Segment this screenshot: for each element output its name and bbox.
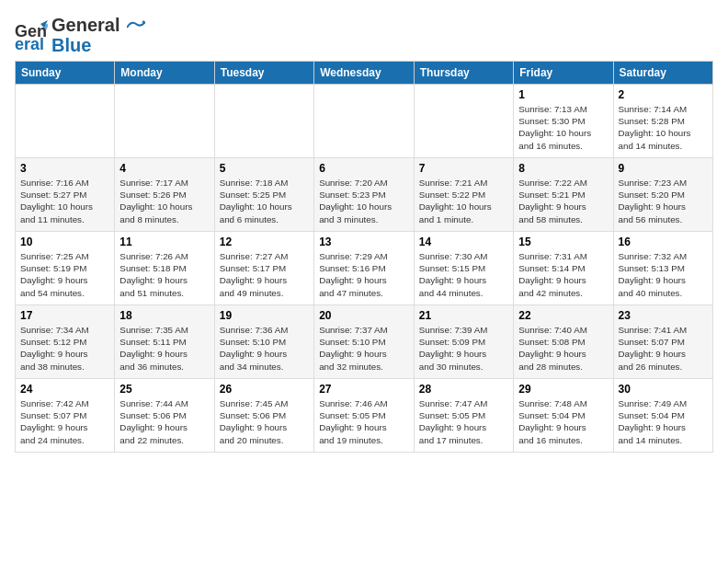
col-header-thursday: Thursday xyxy=(414,62,513,85)
col-header-wednesday: Wednesday xyxy=(314,62,415,85)
calendar-cell xyxy=(414,85,513,158)
day-number: 22 xyxy=(518,309,608,322)
calendar-week-2: 3Sunrise: 7:16 AM Sunset: 5:27 PM Daylig… xyxy=(16,158,713,232)
calendar-cell: 28Sunrise: 7:47 AM Sunset: 5:05 PM Dayli… xyxy=(414,379,513,453)
calendar-week-1: 1Sunrise: 7:13 AM Sunset: 5:30 PM Daylig… xyxy=(16,85,713,158)
day-info: Sunrise: 7:30 AM Sunset: 5:15 PM Dayligh… xyxy=(419,250,508,299)
day-number: 16 xyxy=(619,236,709,248)
day-number: 15 xyxy=(518,236,608,248)
calendar-cell: 12Sunrise: 7:27 AM Sunset: 5:17 PM Dayli… xyxy=(214,232,313,305)
calendar-table: SundayMondayTuesdayWednesdayThursdayFrid… xyxy=(15,61,713,453)
calendar-cell: 10Sunrise: 7:25 AM Sunset: 5:19 PM Dayli… xyxy=(16,232,115,305)
day-number: 18 xyxy=(119,309,209,322)
calendar-cell: 16Sunrise: 7:32 AM Sunset: 5:13 PM Dayli… xyxy=(613,232,713,305)
calendar-cell: 29Sunrise: 7:48 AM Sunset: 5:04 PM Dayli… xyxy=(514,379,613,453)
calendar-cell: 21Sunrise: 7:39 AM Sunset: 5:09 PM Dayli… xyxy=(414,305,513,379)
calendar-cell: 25Sunrise: 7:44 AM Sunset: 5:06 PM Dayli… xyxy=(115,379,214,453)
day-info: Sunrise: 7:47 AM Sunset: 5:05 PM Dayligh… xyxy=(419,397,508,446)
calendar-week-3: 10Sunrise: 7:25 AM Sunset: 5:19 PM Dayli… xyxy=(16,232,713,305)
day-number: 9 xyxy=(619,162,709,175)
day-number: 8 xyxy=(518,162,608,175)
calendar-cell: 8Sunrise: 7:22 AM Sunset: 5:21 PM Daylig… xyxy=(514,158,613,232)
calendar-cell: 11Sunrise: 7:26 AM Sunset: 5:18 PM Dayli… xyxy=(115,232,214,305)
calendar-cell: 1Sunrise: 7:13 AM Sunset: 5:30 PM Daylig… xyxy=(514,85,613,158)
calendar-cell: 26Sunrise: 7:45 AM Sunset: 5:06 PM Dayli… xyxy=(214,379,313,453)
day-info: Sunrise: 7:25 AM Sunset: 5:19 PM Dayligh… xyxy=(20,250,109,299)
day-number: 23 xyxy=(619,309,709,322)
day-info: Sunrise: 7:44 AM Sunset: 5:06 PM Dayligh… xyxy=(119,397,209,446)
day-info: Sunrise: 7:35 AM Sunset: 5:11 PM Dayligh… xyxy=(119,324,209,373)
calendar-cell xyxy=(115,85,214,158)
day-number: 28 xyxy=(419,383,508,396)
day-info: Sunrise: 7:46 AM Sunset: 5:05 PM Dayligh… xyxy=(319,397,409,446)
logo-blue: Blue xyxy=(51,35,145,55)
day-info: Sunrise: 7:48 AM Sunset: 5:04 PM Dayligh… xyxy=(518,397,608,446)
calendar-cell: 6Sunrise: 7:20 AM Sunset: 5:23 PM Daylig… xyxy=(314,158,415,232)
calendar-cell: 22Sunrise: 7:40 AM Sunset: 5:08 PM Dayli… xyxy=(514,305,613,379)
day-number: 25 xyxy=(119,383,209,396)
day-number: 6 xyxy=(319,162,409,175)
day-info: Sunrise: 7:32 AM Sunset: 5:13 PM Dayligh… xyxy=(619,250,709,299)
day-info: Sunrise: 7:23 AM Sunset: 5:20 PM Dayligh… xyxy=(619,177,709,225)
page-header: Gen eral General Blue xyxy=(15,15,713,55)
col-header-saturday: Saturday xyxy=(613,62,713,85)
calendar-cell: 4Sunrise: 7:17 AM Sunset: 5:26 PM Daylig… xyxy=(115,158,214,232)
day-info: Sunrise: 7:22 AM Sunset: 5:21 PM Dayligh… xyxy=(518,177,608,225)
day-info: Sunrise: 7:13 AM Sunset: 5:30 PM Dayligh… xyxy=(518,103,608,152)
calendar-cell: 19Sunrise: 7:36 AM Sunset: 5:10 PM Dayli… xyxy=(214,305,313,379)
calendar-cell: 5Sunrise: 7:18 AM Sunset: 5:25 PM Daylig… xyxy=(214,158,313,232)
day-info: Sunrise: 7:42 AM Sunset: 5:07 PM Dayligh… xyxy=(20,397,109,446)
logo-general: General xyxy=(51,15,145,35)
day-info: Sunrise: 7:26 AM Sunset: 5:18 PM Dayligh… xyxy=(119,250,209,299)
day-number: 3 xyxy=(20,162,109,175)
day-info: Sunrise: 7:29 AM Sunset: 5:16 PM Dayligh… xyxy=(319,250,409,299)
day-info: Sunrise: 7:14 AM Sunset: 5:28 PM Dayligh… xyxy=(619,103,709,152)
calendar-cell xyxy=(314,85,415,158)
day-number: 24 xyxy=(20,383,109,396)
calendar-cell: 9Sunrise: 7:23 AM Sunset: 5:20 PM Daylig… xyxy=(613,158,713,232)
calendar-cell: 3Sunrise: 7:16 AM Sunset: 5:27 PM Daylig… xyxy=(16,158,115,232)
col-header-monday: Monday xyxy=(115,62,214,85)
day-info: Sunrise: 7:45 AM Sunset: 5:06 PM Dayligh… xyxy=(220,397,309,446)
day-info: Sunrise: 7:39 AM Sunset: 5:09 PM Dayligh… xyxy=(419,324,508,373)
col-header-tuesday: Tuesday xyxy=(214,62,313,85)
calendar-cell: 18Sunrise: 7:35 AM Sunset: 5:11 PM Dayli… xyxy=(115,305,214,379)
day-info: Sunrise: 7:40 AM Sunset: 5:08 PM Dayligh… xyxy=(518,324,608,373)
col-header-sunday: Sunday xyxy=(16,62,115,85)
svg-text:eral: eral xyxy=(15,35,44,52)
calendar-cell: 14Sunrise: 7:30 AM Sunset: 5:15 PM Dayli… xyxy=(414,232,513,305)
day-number: 10 xyxy=(20,236,109,248)
calendar-cell: 17Sunrise: 7:34 AM Sunset: 5:12 PM Dayli… xyxy=(16,305,115,379)
day-number: 14 xyxy=(419,236,508,248)
day-number: 5 xyxy=(220,162,309,175)
day-number: 21 xyxy=(419,309,508,322)
day-number: 7 xyxy=(419,162,508,175)
day-number: 11 xyxy=(119,236,209,248)
day-info: Sunrise: 7:36 AM Sunset: 5:10 PM Dayligh… xyxy=(220,324,309,373)
calendar-cell: 20Sunrise: 7:37 AM Sunset: 5:10 PM Dayli… xyxy=(314,305,415,379)
day-info: Sunrise: 7:41 AM Sunset: 5:07 PM Dayligh… xyxy=(619,324,709,373)
day-number: 2 xyxy=(619,88,709,101)
calendar-cell xyxy=(16,85,115,158)
day-info: Sunrise: 7:31 AM Sunset: 5:14 PM Dayligh… xyxy=(518,250,608,299)
calendar-cell: 27Sunrise: 7:46 AM Sunset: 5:05 PM Dayli… xyxy=(314,379,415,453)
day-number: 20 xyxy=(319,309,409,322)
calendar-cell: 30Sunrise: 7:49 AM Sunset: 5:04 PM Dayli… xyxy=(613,379,713,453)
calendar-week-4: 17Sunrise: 7:34 AM Sunset: 5:12 PM Dayli… xyxy=(16,305,713,379)
day-number: 17 xyxy=(20,309,109,322)
day-number: 26 xyxy=(220,383,309,396)
day-info: Sunrise: 7:20 AM Sunset: 5:23 PM Dayligh… xyxy=(319,177,409,225)
day-info: Sunrise: 7:49 AM Sunset: 5:04 PM Dayligh… xyxy=(619,397,709,446)
calendar-cell: 13Sunrise: 7:29 AM Sunset: 5:16 PM Dayli… xyxy=(314,232,415,305)
calendar-cell xyxy=(214,85,313,158)
col-header-friday: Friday xyxy=(514,62,613,85)
day-number: 12 xyxy=(220,236,309,248)
day-number: 4 xyxy=(119,162,209,175)
day-number: 29 xyxy=(518,383,608,396)
day-number: 13 xyxy=(319,236,409,248)
calendar-cell: 23Sunrise: 7:41 AM Sunset: 5:07 PM Dayli… xyxy=(613,305,713,379)
calendar-cell: 7Sunrise: 7:21 AM Sunset: 5:22 PM Daylig… xyxy=(414,158,513,232)
day-number: 27 xyxy=(319,383,409,396)
day-info: Sunrise: 7:18 AM Sunset: 5:25 PM Dayligh… xyxy=(220,177,309,225)
day-info: Sunrise: 7:37 AM Sunset: 5:10 PM Dayligh… xyxy=(319,324,409,373)
